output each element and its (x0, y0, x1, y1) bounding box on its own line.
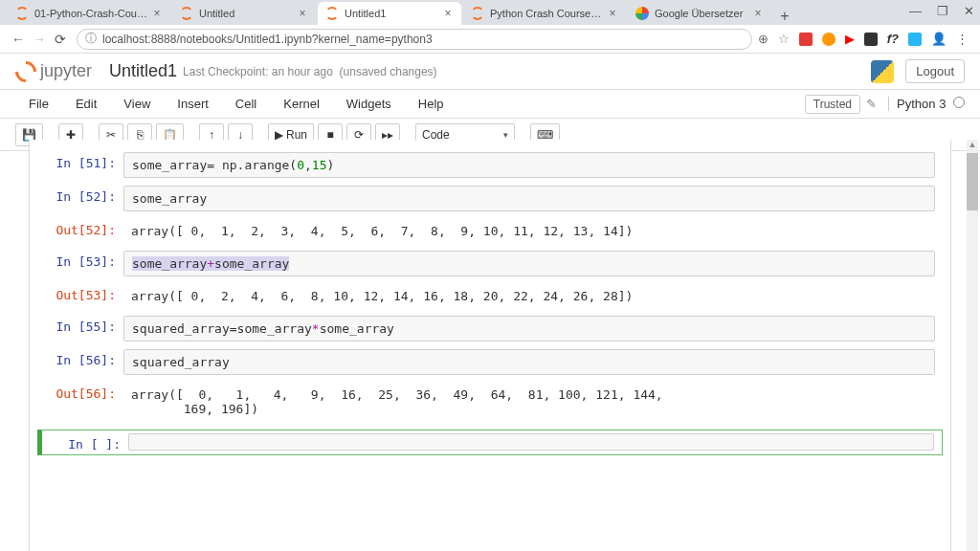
browser-tabstrip: 01-Python-Crash-Course/ × Untitled × Unt… (0, 0, 980, 25)
url-text: localhost:8888/notebooks/Untitled1.ipynb… (102, 33, 433, 46)
google-favicon (635, 7, 649, 20)
address-bar: ← → ⟳ ⓘ localhost:8888/notebooks/Untitle… (0, 25, 980, 54)
maximize-icon[interactable]: ❐ (937, 4, 948, 18)
new-tab-button[interactable]: + (773, 8, 796, 25)
code-cell[interactable]: In [56]: squared_array (37, 346, 943, 378)
code-input[interactable]: some_array= np.arange(0,15) (123, 152, 935, 178)
in-prompt: In [55]: (37, 316, 123, 342)
jupyter-favicon (15, 7, 29, 20)
out-prompt: Out[53]: (37, 284, 123, 308)
window-controls: — ❐ ✕ (909, 4, 974, 18)
scroll-up-icon[interactable]: ▲ (967, 140, 978, 149)
code-input[interactable]: some_array (123, 186, 935, 211)
browser-tab[interactable]: Python Crash Course Exerc × (463, 2, 626, 25)
minimize-icon[interactable]: — (909, 4, 922, 18)
forward-icon[interactable]: → (29, 32, 50, 47)
jupyter-logo[interactable]: jupyter (15, 61, 92, 82)
logout-button[interactable]: Logout (905, 59, 965, 83)
youtube-icon[interactable]: ▶ (845, 32, 855, 46)
menu-view[interactable]: View (110, 97, 164, 111)
in-prompt: In [51]: (37, 152, 123, 178)
scroll-thumb[interactable] (967, 153, 978, 210)
code-input[interactable]: some_array+some_array (123, 251, 935, 276)
notebook-area: In [51]: some_array= np.arange(0,15) In … (0, 140, 980, 551)
tab-label: Python Crash Course Exerc (490, 8, 603, 19)
checkpoint-text: Last Checkpoint: an hour ago (unsaved ch… (183, 65, 437, 78)
output-row: Out[53]: array([ 0, 2, 4, 6, 8, 10, 12, … (37, 281, 943, 311)
menu-cell[interactable]: Cell (222, 97, 270, 111)
trusted-badge[interactable]: Trusted (805, 95, 860, 114)
code-input[interactable]: squared_array=some_array*some_array (123, 316, 935, 342)
menu-help[interactable]: Help (405, 97, 457, 111)
out-prompt: Out[52]: (37, 219, 123, 243)
code-cell[interactable]: In [55]: squared_array=some_array*some_a… (37, 313, 943, 344)
in-prompt: In [56]: (37, 349, 123, 375)
profile-icon[interactable]: 👤 (931, 32, 947, 46)
url-input[interactable]: ⓘ localhost:8888/notebooks/Untitled1.ipy… (77, 29, 752, 50)
star-icon[interactable]: ☆ (778, 32, 790, 46)
scrollbar[interactable]: ▲ (967, 140, 978, 551)
in-prompt: In [ ]: (42, 433, 128, 452)
menu-edit[interactable]: Edit (62, 97, 110, 111)
in-prompt: In [53]: (37, 251, 123, 276)
code-cell[interactable]: In [52]: some_array (37, 183, 943, 214)
menu-kernel[interactable]: Kernel (270, 97, 333, 111)
output-row: Out[52]: array([ 0, 1, 2, 3, 4, 5, 6, 7,… (37, 216, 943, 246)
edit-icon[interactable]: ✎ (866, 97, 877, 111)
close-icon[interactable]: × (752, 7, 764, 20)
reload-icon[interactable]: ⟳ (50, 32, 71, 47)
toolbar-extensions: ⊕ ☆ ▶ f? 👤 ⋮ (758, 32, 972, 46)
menu-insert[interactable]: Insert (164, 97, 222, 111)
notebook-title[interactable]: Untitled1 (109, 61, 177, 81)
kernel-label: Python 3 (897, 97, 946, 111)
extension-icon[interactable]: f? (887, 32, 899, 46)
unsaved-indicator: (unsaved changes) (340, 65, 437, 78)
jupyter-logo-text: jupyter (40, 61, 92, 81)
tab-label: Untitled (199, 8, 293, 19)
tab-label: Google Übersetzer (655, 8, 748, 19)
browser-tab[interactable]: Google Übersetzer × (628, 2, 771, 25)
code-cell[interactable]: In [51]: some_array= np.arange(0,15) (37, 149, 943, 181)
menu-file[interactable]: File (15, 97, 62, 111)
python-logo-icon (871, 60, 894, 83)
out-prompt: Out[56]: (37, 383, 123, 421)
close-icon[interactable]: × (297, 7, 308, 20)
code-cell-selected[interactable]: In [ ]: (37, 430, 943, 455)
close-icon[interactable]: × (607, 7, 618, 20)
menu-widgets[interactable]: Widgets (333, 97, 405, 111)
zoom-icon[interactable]: ⊕ (758, 32, 768, 46)
code-output: array([ 0, 1, 4, 9, 16, 25, 36, 49, 64, … (123, 383, 935, 421)
jupyter-favicon (471, 7, 484, 20)
code-input[interactable] (128, 433, 934, 451)
notebook-container: In [51]: some_array= np.arange(0,15) In … (29, 140, 951, 551)
browser-tab-active[interactable]: Untitled1 × (318, 2, 461, 25)
close-icon[interactable]: × (151, 7, 163, 20)
code-output: array([ 0, 1, 2, 3, 4, 5, 6, 7, 8, 9, 10… (123, 219, 935, 243)
output-row: Out[56]: array([ 0, 1, 4, 9, 16, 25, 36,… (37, 380, 943, 424)
back-icon[interactable]: ← (8, 32, 29, 47)
tab-label: Untitled1 (345, 8, 438, 19)
jupyter-logo-icon (11, 56, 40, 86)
tab-label: 01-Python-Crash-Course/ (34, 8, 147, 19)
extension-icon[interactable] (822, 33, 835, 46)
jupyter-header: jupyter Untitled1 Last Checkpoint: an ho… (0, 54, 980, 90)
menubar: File Edit View Insert Cell Kernel Widget… (0, 90, 980, 119)
code-output: array([ 0, 2, 4, 6, 8, 10, 12, 14, 16, 1… (123, 284, 935, 308)
browser-tab[interactable]: Untitled × (172, 2, 316, 25)
close-window-icon[interactable]: ✕ (964, 4, 974, 18)
browser-tab[interactable]: 01-Python-Crash-Course/ × (8, 2, 170, 25)
extension-icon[interactable] (864, 33, 878, 46)
kernel-name[interactable]: Python 3 (888, 97, 965, 111)
kernel-status-icon (953, 97, 965, 108)
in-prompt: In [52]: (37, 186, 123, 211)
extension-icon[interactable] (908, 33, 922, 46)
code-input[interactable]: squared_array (123, 349, 935, 375)
info-icon: ⓘ (85, 31, 97, 47)
checkpoint-time: Last Checkpoint: an hour ago (183, 65, 333, 78)
close-icon[interactable]: × (442, 7, 454, 20)
jupyter-favicon (180, 7, 193, 20)
extension-icon[interactable] (799, 33, 813, 46)
jupyter-favicon (325, 7, 339, 20)
code-cell[interactable]: In [53]: some_array+some_array (37, 248, 943, 279)
menu-icon[interactable]: ⋮ (956, 32, 969, 46)
